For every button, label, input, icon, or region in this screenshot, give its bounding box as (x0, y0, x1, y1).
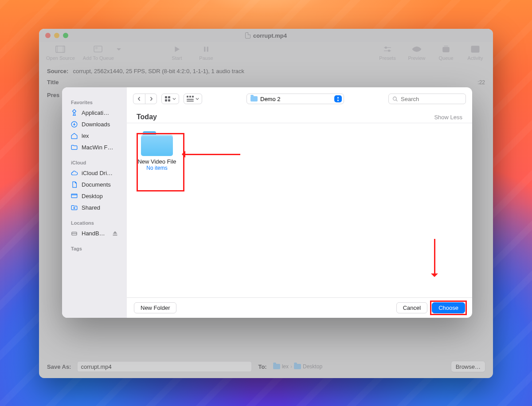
maximize-button[interactable] (63, 33, 68, 38)
show-less-link[interactable]: Show Less (434, 114, 462, 121)
dropdown-stepper-icon: ▲▼ (334, 95, 342, 102)
pause-button[interactable]: Pause (196, 45, 217, 61)
home-icon (70, 132, 78, 140)
svg-rect-33 (192, 96, 194, 98)
svg-rect-3 (94, 46, 102, 52)
chooser-footer: New Folder Cancel Choose (127, 297, 472, 318)
sidebar-item-downloads[interactable]: Downloads (66, 118, 122, 130)
sidebar-item-documents[interactable]: Documents (66, 179, 122, 190)
section-title: Today (137, 113, 157, 121)
app-toolbar: Open Source Add To Queue Start Pause Pre… (39, 42, 493, 66)
sidebar-item-applications[interactable]: Applicati… (66, 107, 122, 118)
eye-icon (412, 45, 422, 54)
folder-icon (250, 96, 258, 102)
svg-rect-16 (72, 109, 76, 113)
search-input[interactable] (401, 96, 454, 102)
save-as-label: Save As: (47, 363, 71, 370)
activity-icon (470, 45, 480, 54)
nav-back-forward (133, 94, 157, 104)
to-breadcrumb: lex › Desktop (273, 363, 322, 370)
sidebar-item-shared[interactable]: Shared (66, 202, 122, 213)
sidebar-heading-tags: Tags (71, 246, 118, 251)
svg-rect-26 (113, 234, 117, 235)
film-icon (55, 45, 65, 54)
cloud-icon (70, 169, 78, 177)
preview-button[interactable]: Preview (406, 45, 427, 61)
annotation-highlight-choose (430, 301, 467, 315)
svg-rect-29 (165, 99, 167, 102)
save-as-input[interactable] (77, 361, 252, 372)
svg-point-4 (96, 47, 98, 49)
svg-point-36 (393, 97, 397, 100)
nav-forward-button[interactable] (145, 94, 156, 104)
close-button[interactable] (45, 33, 51, 38)
sidebar-item-home[interactable]: lex (66, 130, 122, 141)
annotation-arrow-folder (183, 154, 240, 155)
open-source-button[interactable]: Open Source (46, 45, 75, 61)
sidebar-item-desktop[interactable]: Desktop (66, 190, 122, 202)
svg-rect-21 (71, 194, 77, 198)
disk-icon (70, 229, 78, 237)
folder-icon (70, 143, 78, 151)
svg-rect-12 (443, 47, 449, 52)
sidebar-item-icloud-drive[interactable]: iCloud Dri… (66, 167, 122, 179)
chooser-toolbar: Demo 2 ▲▼ (127, 87, 472, 110)
sliders-icon (383, 45, 392, 54)
activity-button[interactable]: Activity (465, 45, 486, 61)
svg-rect-28 (168, 96, 170, 98)
chevron-down-icon (172, 97, 176, 101)
chooser-main: Demo 2 ▲▼ Today Show Less New Video File… (127, 87, 472, 318)
chevron-down-icon (196, 97, 199, 101)
minimize-button[interactable] (54, 33, 59, 38)
start-button[interactable]: Start (166, 45, 188, 61)
location-folder-dropdown[interactable]: Demo 2 ▲▼ (246, 94, 344, 104)
search-field[interactable] (388, 94, 466, 104)
folder-icon (294, 364, 301, 369)
traffic-lights (45, 33, 68, 38)
to-label: To: (258, 363, 266, 370)
svg-line-37 (396, 100, 397, 101)
save-row: Save As: To: lex › Desktop Browse… (39, 361, 493, 372)
eject-icon[interactable] (111, 229, 119, 237)
sidebar-item-macwin[interactable]: MacWin F… (66, 141, 122, 153)
search-icon (392, 96, 398, 102)
svg-rect-34 (187, 99, 194, 100)
add-to-queue-button[interactable]: Add To Queue (83, 45, 114, 61)
svg-rect-30 (168, 99, 170, 102)
sidebar-heading-favorites: Favorites (71, 100, 118, 105)
folder-new-video-file[interactable]: New Video File No items (135, 131, 179, 171)
play-icon (172, 45, 182, 54)
sidebar-heading-icloud: iCloud (71, 160, 118, 165)
section-header: Today Show Less (127, 110, 472, 123)
svg-rect-31 (187, 96, 188, 98)
shared-folder-icon (70, 203, 78, 211)
svg-rect-35 (187, 101, 194, 102)
queue-button[interactable]: Queue (435, 45, 457, 61)
file-area[interactable]: New Video File No items (127, 123, 472, 297)
browse-button[interactable]: Browse… (451, 361, 485, 372)
chevron-down-icon (114, 45, 124, 54)
nav-back-button[interactable] (133, 94, 145, 104)
window-title: corrupt.mp4 (39, 32, 493, 39)
svg-point-23 (74, 207, 75, 208)
svg-line-19 (74, 113, 75, 115)
cancel-button[interactable]: Cancel (396, 302, 427, 313)
svg-rect-15 (473, 47, 475, 49)
group-mode-button[interactable] (184, 94, 202, 104)
add-to-queue-dropdown[interactable] (114, 45, 124, 61)
svg-point-10 (388, 50, 390, 52)
sidebar-heading-locations: Locations (71, 220, 118, 226)
svg-rect-5 (204, 47, 205, 51)
svg-rect-27 (165, 96, 167, 98)
svg-rect-6 (207, 47, 208, 51)
sidebar-item-handbrake-disk[interactable]: HandB… (66, 227, 122, 239)
chooser-sidebar: Favorites Applicati… Downloads lex MacWi… (62, 87, 127, 318)
presets-button[interactable]: Presets (377, 45, 398, 61)
new-folder-button[interactable]: New Folder (134, 302, 176, 313)
svg-point-11 (415, 48, 418, 50)
annotation-highlight-folder (137, 133, 184, 191)
view-mode-button[interactable] (161, 94, 179, 104)
pause-icon (201, 45, 211, 54)
folder-icon (273, 364, 280, 369)
svg-line-18 (73, 113, 74, 115)
